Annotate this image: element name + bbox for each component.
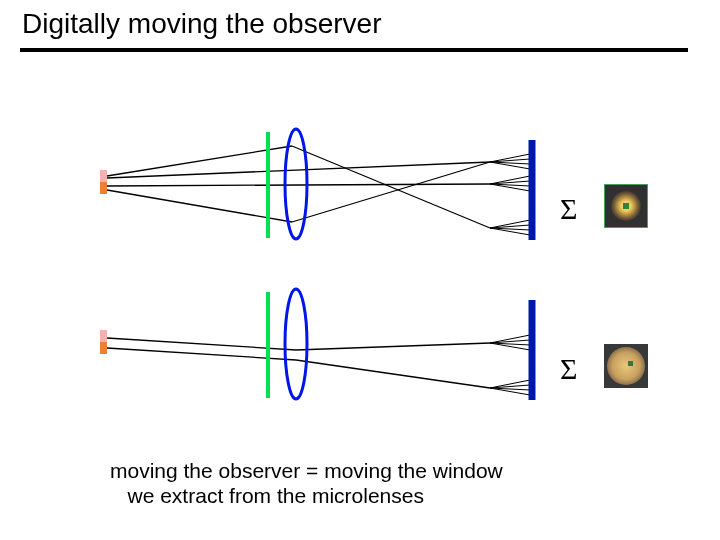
caption-line-1: moving the observer = moving the window [110,459,503,482]
svg-line-15 [292,146,490,228]
svg-line-18 [107,190,292,222]
svg-rect-0 [100,170,107,182]
sigma-symbol-top: Σ [560,192,577,226]
svg-line-19 [292,162,490,222]
svg-rect-1 [100,182,107,194]
svg-point-45 [607,347,645,385]
caption-line-2: we extract from the microlenses [128,484,424,507]
svg-line-36 [296,360,490,388]
svg-point-21 [285,129,307,239]
svg-rect-24 [100,342,107,354]
svg-line-16 [107,162,490,178]
svg-rect-23 [100,330,107,342]
caption: moving the observer = moving the window … [110,458,503,508]
svg-line-17 [107,184,490,186]
title-underline [20,48,688,52]
sigma-symbol-bottom: Σ [560,352,577,386]
svg-line-34 [296,343,490,350]
page-title: Digitally moving the observer [22,8,382,40]
result-thumb-out-focus [604,344,648,388]
svg-rect-46 [628,361,633,366]
svg-point-38 [285,289,307,399]
svg-rect-42 [623,203,629,209]
result-thumb-in-focus [604,184,648,228]
